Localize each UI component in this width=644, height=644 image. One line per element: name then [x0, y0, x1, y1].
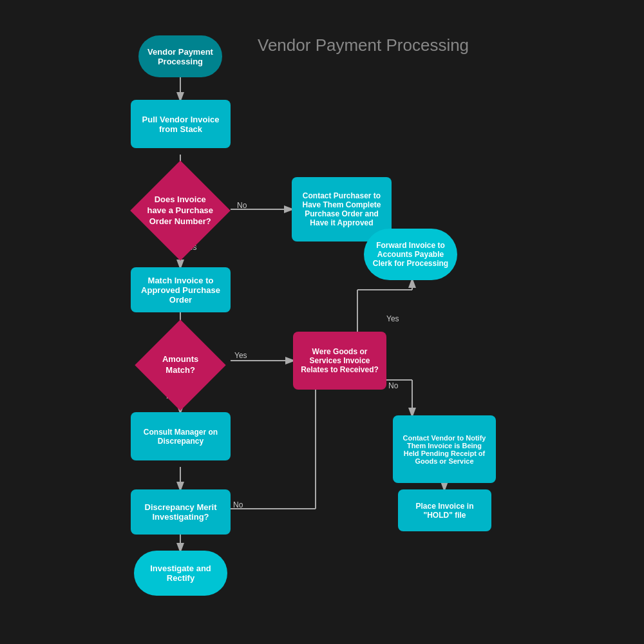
label-no-po: No — [237, 201, 247, 210]
match-invoice-node: Match Invoice to Approved Purchase Order — [131, 267, 231, 312]
flowchart-canvas: Vendor Payment Processing — [0, 0, 644, 644]
investigate-node: Investigate and Rectify — [134, 551, 227, 596]
start-node: Vendor Payment Processing — [138, 35, 222, 77]
label-yes-amounts: Yes — [234, 351, 247, 360]
forward-invoice-node: Forward Invoice to Accounts Payable Cler… — [364, 229, 457, 280]
label-no-discrepancy: No — [233, 500, 243, 509]
contact-vendor-node: Contact Vendor to Notify Them Invoice is… — [393, 415, 496, 483]
label-yes-goods: Yes — [386, 314, 399, 323]
discrepancy-merit-node: Discrepancy Merit Investigating? — [131, 489, 231, 535]
place-hold-node: Place Invoice in "HOLD" file — [398, 489, 491, 531]
label-no-goods: No — [388, 381, 398, 390]
pull-invoice-node: Pull Vendor Invoice from Stack — [131, 100, 231, 148]
page-title: Vendor Payment Processing — [258, 35, 469, 55]
consult-manager-node: Consult Manager on Discrepancy — [131, 412, 231, 460]
amounts-match-diamond: Amounts Match? — [129, 330, 232, 401]
were-goods-node: Were Goods or Services Invoice Relates t… — [293, 332, 386, 390]
has-po-diamond: Does Invoice have a Purchase Order Numbe… — [129, 175, 232, 246]
